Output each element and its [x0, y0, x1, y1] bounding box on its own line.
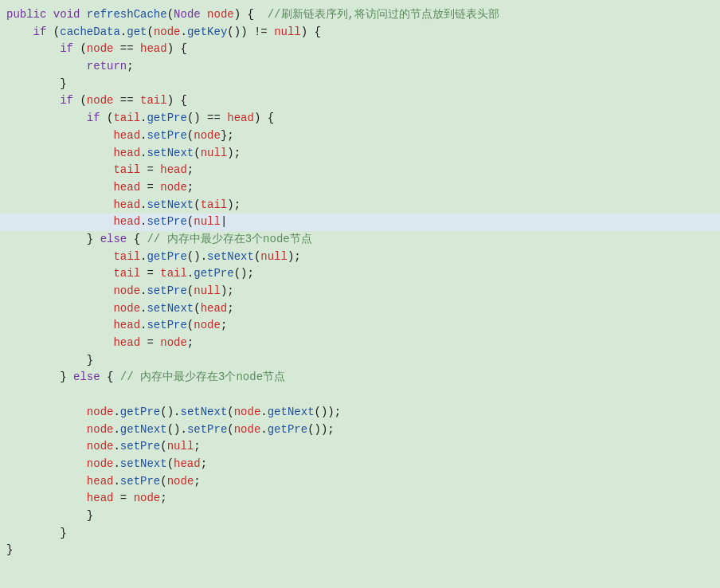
token-plain: ); [288, 250, 301, 263]
token-var: node [87, 423, 114, 436]
token-kw: void [53, 8, 80, 21]
token-plain [46, 8, 53, 21]
token-var: null [167, 440, 194, 453]
token-comment: // 内存中最少存在3个node节点 [147, 233, 311, 245]
token-plain [80, 8, 86, 21]
token-var: head [113, 319, 140, 331]
token-kw: else [100, 233, 127, 245]
token-plain: = [113, 492, 133, 504]
code-line: return; [0, 58, 720, 76]
code-line: } [0, 542, 720, 559]
token-var: node [87, 457, 114, 470]
token-plain: { [100, 370, 120, 383]
token-plain [201, 8, 207, 21]
code-line: head = node; [0, 490, 720, 508]
code-line: node.setPre(null); [0, 283, 720, 300]
token-plain: ); [227, 198, 241, 211]
token-kw: public [6, 8, 46, 21]
token-plain: } [60, 77, 66, 90]
token-method: setNext [147, 147, 194, 159]
code-line: public void refreshCache(Node node) { //… [0, 6, 720, 24]
token-plain: (). [167, 423, 187, 436]
code-line: head.setPre(null| [0, 214, 720, 231]
token-plain: ( [187, 215, 194, 228]
token-var: head [87, 492, 114, 504]
token-method: getPre [120, 406, 160, 418]
token-method: getPre [194, 267, 233, 280]
code-line [0, 386, 720, 404]
token-plain: . [113, 475, 119, 488]
token-method: setPre [187, 423, 227, 436]
token-method: getKey [187, 25, 227, 38]
token-var: head [201, 302, 228, 315]
token-plain: ; [194, 475, 200, 488]
token-plain: ; [227, 302, 233, 315]
token-method: refreshCache [87, 8, 167, 21]
token-comment: //刷新链表序列,将访问过的节点放到链表头部 [268, 8, 499, 21]
token-method: setPre [147, 215, 186, 228]
code-line: node.setNext(head; [0, 456, 720, 473]
token-plain: ( [227, 406, 233, 418]
token-plain: } [87, 233, 100, 245]
token-plain: . [113, 457, 119, 470]
token-method: setPre [147, 284, 186, 297]
token-plain: . [113, 406, 119, 418]
token-method: getPre [147, 112, 186, 124]
token-plain: ( [194, 198, 200, 211]
code-line: head = node; [0, 179, 720, 197]
code-line: tail = head; [0, 162, 720, 179]
token-plain: ) { [167, 42, 187, 55]
token-method: cacheData [60, 25, 120, 38]
token-var: node [87, 94, 114, 107]
token-var: head [140, 42, 167, 55]
token-var: head [113, 215, 140, 228]
token-plain: ; [127, 60, 133, 73]
token-plain: == [113, 42, 140, 55]
token-plain: . [113, 423, 119, 436]
token-plain: ) { [301, 25, 321, 38]
code-line: tail.getPre().setNext(null); [0, 249, 720, 266]
token-method: getPre [268, 423, 307, 436]
token-method: getNext [120, 423, 167, 436]
code-line: } [0, 76, 720, 93]
token-var: node [234, 423, 261, 436]
token-method: setPre [147, 129, 186, 142]
token-var: node [194, 129, 221, 142]
token-method: getNext [268, 406, 315, 418]
token-plain: () == [187, 112, 227, 124]
token-plain: ( [46, 25, 60, 38]
code-line: node.getPre().setNext(node.getNext()); [0, 404, 720, 421]
token-plain: ( [73, 94, 87, 107]
token-var: node [87, 42, 114, 55]
token-kw: if [60, 94, 73, 107]
token-var: null [201, 147, 228, 159]
token-var: tail [201, 198, 228, 211]
token-plain: } [87, 354, 93, 367]
token-plain: . [113, 440, 119, 453]
code-line: if (node == head) { [0, 41, 720, 58]
token-plain: ); [227, 147, 241, 159]
code-line: if (node == tail) { [0, 92, 720, 110]
code-line: tail = tail.getPre(); [0, 265, 720, 283]
token-var: tail [160, 267, 187, 280]
token-method: setPre [120, 440, 160, 453]
code-line: head.setNext(null); [0, 145, 720, 163]
token-kw: else [73, 370, 100, 383]
token-plain: ; [187, 163, 194, 176]
token-plain: ( [187, 319, 194, 331]
token-method: setNext [120, 457, 167, 470]
code-line: } else { // 内存中最少存在3个node节点 [0, 231, 720, 249]
token-kw: if [33, 25, 47, 38]
token-comment: // 内存中最少存在3个node节点 [120, 370, 285, 383]
token-plain: ; [194, 440, 200, 453]
token-var: head [113, 181, 140, 194]
token-plain: ; [187, 181, 194, 194]
token-plain: ( [167, 457, 174, 470]
token-plain: = [140, 267, 160, 280]
token-plain: . [260, 406, 267, 418]
token-var: null [260, 250, 288, 263]
token-var: head [113, 198, 140, 211]
token-method: getPre [147, 250, 186, 263]
token-plain: { [127, 233, 147, 245]
token-plain: ); [221, 284, 234, 297]
